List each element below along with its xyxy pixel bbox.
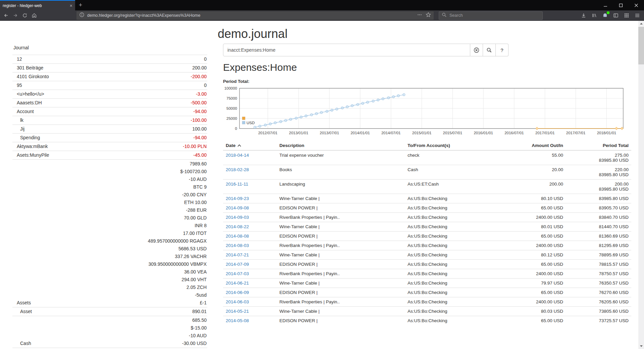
sidebar-account-row[interactable]: Aktywa:mBank-10.00 PLN (12, 142, 207, 151)
account-name[interactable]: Assets (12, 299, 31, 307)
apps-grid-icon[interactable] (622, 11, 631, 20)
transaction-description: EDISON POWER | (277, 260, 405, 269)
sidebar-account-row[interactable]: Asets:MunyPile-45.00 (12, 151, 207, 159)
transaction-account: As:US:Bo:Checking (405, 194, 499, 203)
browser-search-field[interactable]: Search (439, 11, 543, 20)
new-tab-button[interactable]: + (75, 0, 86, 10)
sidebar-account-row[interactable]: Aaasets:DH-500.00 (12, 98, 207, 107)
account-name[interactable]: 95 (12, 82, 22, 89)
transaction-account: Cash (405, 165, 499, 180)
search-button[interactable] (483, 44, 496, 56)
transaction-date-link[interactable]: 2014-07-21 (226, 252, 249, 257)
account-name[interactable]: 4101 Girokonto (12, 73, 49, 81)
account-balance: 890.01 (192, 308, 207, 315)
bookmark-star-icon[interactable] (426, 12, 431, 19)
tab-close-icon[interactable]: × (70, 3, 72, 8)
sidebar-account-row[interactable]: Account-94.00 (12, 107, 207, 116)
sidebar-account-row[interactable]: Jij100.00 (12, 124, 207, 133)
help-button[interactable]: ? (496, 44, 508, 56)
reload-button[interactable] (20, 11, 30, 20)
sidebar-account-row[interactable]: 950 (12, 81, 207, 90)
column-header-date[interactable]: Date (223, 141, 277, 150)
transaction-date-link[interactable]: 2014-08-22 (226, 224, 249, 229)
account-name[interactable]: Asets:MunyPile (12, 151, 49, 159)
sort-ascending-icon (237, 144, 241, 147)
account-name[interactable]: Aaasets:DH (12, 99, 42, 107)
account-name[interactable]: Account (12, 108, 34, 115)
page-scrollbar[interactable] (638, 21, 644, 349)
back-button[interactable] (1, 11, 11, 20)
sidebar-account-row[interactable]: lk-100.00 (12, 116, 207, 124)
transaction-description: Wine-Tarner Cable | (277, 279, 405, 288)
balance-amount: -10 AUD (182, 332, 207, 340)
account-name[interactable]: <u>hello</u> (12, 90, 44, 98)
sidebar-account-row[interactable]: 4101 Girokonto-200.00 (12, 72, 207, 81)
menu-hamburger-icon[interactable] (633, 11, 642, 20)
sidebar-account-row[interactable]: -117.00 (12, 348, 207, 349)
page-actions-icon[interactable] (417, 12, 422, 19)
window-minimize-button[interactable] (598, 0, 613, 10)
balance-amount: 2.05 ZCH (148, 284, 207, 291)
sidebar-account-row[interactable]: 120 (12, 55, 207, 63)
extension-icon[interactable] (600, 11, 610, 20)
transaction-date-link[interactable]: 2018-02-28 (226, 167, 249, 172)
transaction-date-link[interactable]: 2014-06-03 (226, 299, 249, 304)
sidebar-toggle-icon[interactable] (611, 11, 621, 20)
account-name[interactable]: Spending (12, 134, 40, 142)
account-name[interactable]: Asset (12, 308, 32, 315)
transaction-date-link[interactable]: 2014-09-03 (226, 215, 249, 220)
transaction-amount: 2400.00 USD (499, 213, 566, 222)
balance-amount: INR 8 (148, 222, 207, 230)
sidebar-account-row[interactable]: Spending-94.00 (12, 133, 207, 142)
url-bar[interactable]: demo.hledger.org/register?q=inacct%3AExp… (76, 11, 434, 20)
scrollbar-down-arrow[interactable] (638, 343, 644, 349)
scrollbar-up-arrow[interactable] (638, 21, 644, 27)
account-name[interactable]: 301 Beiträge (12, 64, 43, 72)
window-close-button[interactable] (629, 0, 644, 10)
sidebar-account-row[interactable]: <u>hello</u>-3.00 (12, 90, 207, 98)
transaction-date-link[interactable]: 2018-04-14 (226, 153, 249, 158)
transaction-amount: 200.00 (499, 180, 566, 194)
transaction-date-link[interactable]: 2014-05-08 (226, 318, 249, 323)
account-name[interactable]: 12 (12, 55, 22, 63)
balance-amount: -10 AUD (148, 176, 207, 183)
balance-amount: £-1 (148, 299, 207, 307)
scrollbar-thumb[interactable] (638, 27, 644, 64)
sidebar-account-row[interactable]: 301 Beiträge200.00 (12, 63, 207, 72)
period-total-label: Period Total: (223, 79, 249, 84)
account-name[interactable]: Jij (12, 125, 24, 133)
transaction-date-link[interactable]: 2014-09-08 (226, 205, 249, 210)
balance-amount: 100.00 (192, 125, 207, 133)
library-icon[interactable] (590, 11, 599, 20)
home-button[interactable] (30, 11, 39, 20)
clear-query-button[interactable] (470, 44, 483, 56)
account-name[interactable]: Aktywa:mBank (12, 143, 48, 150)
transaction-date-link[interactable]: 2014-09-23 (226, 196, 249, 201)
sidebar-account-row[interactable]: Cash685.50$-15.00-10 AUD-30.00 USD (12, 316, 207, 348)
window-restore-button[interactable] (613, 0, 629, 10)
transaction-date-link[interactable]: 2014-08-03 (226, 243, 249, 248)
svg-text:2014/07/01: 2014/07/01 (381, 131, 401, 135)
transaction-date-link[interactable]: 2014-08-08 (226, 234, 249, 239)
browser-tab[interactable]: register - hledger-web × (0, 0, 75, 10)
transaction-date-link[interactable]: 2014-06-09 (226, 290, 249, 295)
transaction-account: As:US:ET:Cash (405, 180, 499, 194)
transaction-date-link[interactable]: 2014-05-21 (226, 309, 249, 314)
forward-button[interactable] (11, 11, 20, 20)
register-body: 2018-04-14Trial expense vouchercheck55.0… (223, 150, 631, 325)
sidebar-account-row[interactable]: Assets7989.60$-100720.00-10 AUDBTC 9-20.… (12, 159, 207, 307)
transaction-date-link[interactable]: 2014-07-03 (226, 271, 249, 276)
svg-text:75000: 75000 (226, 96, 237, 100)
account-name[interactable]: lk (12, 116, 23, 124)
downloads-icon[interactable] (579, 11, 588, 20)
transaction-date-link[interactable]: 2014-06-21 (226, 281, 249, 286)
search-icon (442, 12, 447, 19)
transaction-date-link[interactable]: 2016-11-11 (226, 182, 248, 187)
query-input[interactable] (223, 44, 470, 56)
sidebar-account-row[interactable]: Asset890.01 (12, 307, 207, 316)
site-info-icon[interactable] (79, 12, 85, 19)
transaction-date-link[interactable]: 2014-07-09 (226, 262, 249, 267)
transaction-description: Landscaping (277, 180, 405, 194)
sidebar-journal-link[interactable]: Journal (12, 44, 207, 55)
account-name[interactable]: Cash (12, 340, 31, 347)
